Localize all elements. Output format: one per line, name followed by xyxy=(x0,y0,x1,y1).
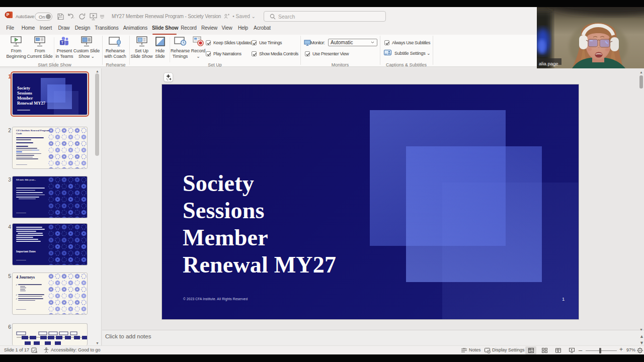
slide-thumbnail-5[interactable]: 4 Journeys ✓ ✓ ✓ xyxy=(12,273,88,315)
slide-canvas[interactable]: Society Sessions Member Renewal MY27 © 2… xyxy=(162,84,579,319)
thumb3-title: Of note this year... xyxy=(16,178,36,181)
next-slide-button[interactable]: ▼ xyxy=(639,340,644,345)
subtitle-settings-button[interactable]: Subtitle Settings ⌄ xyxy=(394,51,430,56)
thumb-scrollbar[interactable] xyxy=(95,73,99,156)
record-button[interactable]: Record⌄ xyxy=(189,36,207,59)
thumb-scroll-up-arrow[interactable]: ▲ xyxy=(96,69,99,73)
customize-qat-icon[interactable] xyxy=(100,15,105,19)
search-input[interactable]: Search xyxy=(264,11,386,22)
rehearse-with-coach-button[interactable]: Rehearsewith Coach xyxy=(102,36,128,59)
from-current-slide-button[interactable]: FromCurrent Slide xyxy=(24,36,55,59)
thumb1-art-square xyxy=(54,91,78,115)
spell-check-icon[interactable] xyxy=(31,347,38,353)
set-up-slide-show-button[interactable]: Set UpSlide Show xyxy=(130,36,153,59)
check-glyph xyxy=(252,52,257,57)
thumb-text-line xyxy=(16,227,42,228)
zoom-in-button[interactable]: + xyxy=(619,346,623,353)
saved-location-icon xyxy=(224,14,229,19)
slide-thumbnail-6[interactable] xyxy=(12,323,88,345)
thumb-text-line xyxy=(16,192,43,193)
rehearse-timings-button[interactable]: RehearseTimings xyxy=(170,36,190,59)
thumb-number-1: 1 xyxy=(4,73,11,79)
previous-slide-button[interactable]: ▲ xyxy=(639,334,644,339)
tab-record[interactable]: Record xyxy=(179,25,198,35)
zoom-slider-track[interactable] xyxy=(586,350,617,351)
zoom-out-button[interactable]: – xyxy=(579,346,582,354)
accessibility-status[interactable]: Accessibility: Good to go xyxy=(51,347,101,352)
designer-button[interactable] xyxy=(164,72,173,82)
accessibility-icon[interactable] xyxy=(43,347,49,353)
thumb2-title: CFA Institute Renewal ProgramGoals xyxy=(16,129,49,135)
tab-draw[interactable]: Draw xyxy=(56,25,72,35)
slide-sorter-icon xyxy=(542,348,547,353)
check-glyph xyxy=(305,52,310,57)
thumb-text-line xyxy=(16,155,34,156)
tab-review[interactable]: Review xyxy=(200,25,218,35)
record-label: Record⌄ xyxy=(189,48,207,59)
slide-scrollbar[interactable] xyxy=(639,75,643,88)
notes-placeholder[interactable]: Click to add notes xyxy=(105,333,151,339)
undo-icon[interactable] xyxy=(67,13,75,20)
checkbox-checked-icon xyxy=(252,51,257,56)
search-icon xyxy=(270,14,276,20)
thumb-text-line xyxy=(16,190,35,191)
zoom-slider-thumb[interactable] xyxy=(599,348,601,353)
reading-view-button[interactable] xyxy=(552,346,564,354)
fit-to-window-icon[interactable] xyxy=(637,347,643,353)
thumb-scroll-down-arrow[interactable]: ▼ xyxy=(96,341,99,345)
rehearse-timings-label: RehearseTimings xyxy=(170,48,190,59)
slide-scroll-up-arrow[interactable]: ▲ xyxy=(639,70,643,74)
slide-thumbnail-1[interactable]: SocietySessionsMemberRenewal MY27 xyxy=(12,73,88,115)
tab-animations[interactable]: Animations xyxy=(122,25,149,35)
tab-help[interactable]: Help xyxy=(236,25,250,35)
tab-slide-show[interactable]: Slide Show xyxy=(152,25,177,35)
normal-view-button[interactable] xyxy=(525,346,536,354)
thumb-text-line xyxy=(16,237,33,238)
slide-edit-area: Society Sessions Member Renewal MY27 © 2… xyxy=(102,68,644,345)
slide-show-view-button[interactable] xyxy=(566,346,577,354)
tab-acrobat[interactable]: Acrobat xyxy=(252,25,273,35)
tab-file[interactable]: File xyxy=(3,25,17,35)
slide-sorter-view-button[interactable] xyxy=(539,346,550,354)
notes-toggle-button[interactable]: Notes xyxy=(469,347,481,352)
save-icon[interactable] xyxy=(57,13,64,20)
slide-scroll-down-arrow[interactable]: ▼ xyxy=(639,328,643,331)
display-settings-button[interactable]: Display Settings xyxy=(492,347,525,352)
monitor-dropdown[interactable]: Automatic xyxy=(328,39,377,46)
start-slideshow-icon[interactable] xyxy=(90,13,97,20)
redo-icon[interactable] xyxy=(78,13,86,20)
slide-counter[interactable]: Slide 1 of 17 xyxy=(4,347,29,352)
tab-insert[interactable]: Insert xyxy=(38,25,54,35)
custom-slide-show-button[interactable]: Custom SlideShow ⌄ xyxy=(71,36,102,59)
webcam-video[interactable]: alia.page xyxy=(537,7,644,68)
slide-thumbnail-2[interactable]: CFA Institute Renewal ProgramGoals xyxy=(12,127,88,169)
tab-view[interactable]: View xyxy=(220,25,234,35)
slide-title[interactable]: Society Sessions Member Renewal MY27 xyxy=(183,170,336,279)
rehearse-with-coach-label: Rehearsewith Coach xyxy=(102,48,128,59)
participant-name: alia.page xyxy=(539,61,558,66)
notes-pane[interactable] xyxy=(102,330,644,345)
tab-design[interactable]: Design xyxy=(73,25,92,35)
custom-slide-show-label: Custom SlideShow ⌄ xyxy=(71,48,102,59)
notes-divider[interactable] xyxy=(102,330,644,330)
saved-status[interactable]: • Saved ⌄ xyxy=(232,14,256,19)
thumb5-checkmark: ✓ xyxy=(16,283,18,286)
thumb-text-line xyxy=(16,137,44,138)
hide-slide-button[interactable]: HideSlide xyxy=(152,36,168,59)
slide-title-line-4: Renewal MY27 xyxy=(183,252,336,278)
checkbox-checked-icon xyxy=(384,40,389,45)
from-beginning-icon xyxy=(10,36,22,47)
slide-thumbnail-4[interactable]: Important Dates xyxy=(12,223,88,265)
tab-transitions[interactable]: Transitions xyxy=(93,25,121,35)
autosave-toggle[interactable]: On xyxy=(35,13,52,21)
hide-slide-label: HideSlide xyxy=(152,48,168,59)
subtitle-settings-icon xyxy=(384,50,391,56)
zoom-level[interactable]: 97% xyxy=(626,347,635,352)
thumb6-timeline-diagram xyxy=(13,324,88,345)
present-in-teams-icon: T xyxy=(58,36,70,47)
thumb5-checkmark: ✓ xyxy=(16,293,18,296)
svg-text:T: T xyxy=(61,41,64,44)
tab-home[interactable]: Home xyxy=(20,25,36,35)
checkbox-checked-icon xyxy=(206,40,211,45)
slide-thumbnail-3[interactable]: Of note this year... xyxy=(12,176,88,218)
